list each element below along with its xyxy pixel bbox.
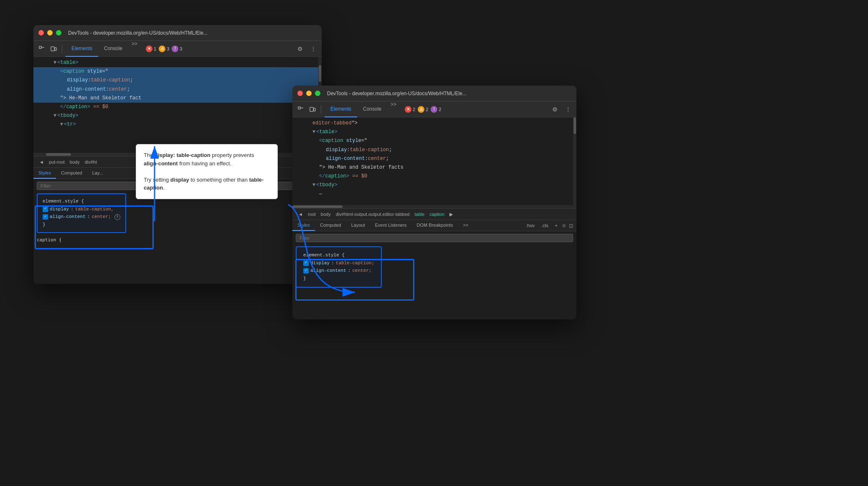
minimize-button-2[interactable] [306, 91, 312, 96]
badge-info-icon-1: ! [172, 46, 178, 52]
svg-rect-3 [55, 48, 56, 51]
html-line: align-content: center; [292, 154, 576, 163]
html-line: ▼ <tbody> [33, 111, 322, 120]
toolbar-divider-2 [321, 105, 321, 114]
badge-area-1: ✕ 1 ⚠ 3 ! 3 [146, 46, 182, 52]
html-line: </caption> == $0 [33, 103, 322, 111]
css-checkbox-align-1[interactable] [43, 214, 48, 220]
fullscreen-button-1[interactable] [56, 30, 61, 35]
tab-console-2[interactable]: Console [357, 101, 387, 117]
breadcrumb-back-2[interactable]: ◄ [296, 211, 305, 218]
html-line: ▼ <table> [292, 128, 576, 137]
svg-rect-4 [298, 107, 300, 109]
css-checkbox-display-1[interactable] [43, 207, 48, 212]
hscroll-thumb-2 [292, 205, 343, 208]
breadcrumb-body-2[interactable]: body [318, 211, 333, 218]
html-line: </caption> == $0 [292, 172, 576, 181]
css-prop-row-align-2: align-content : center; [303, 267, 374, 275]
toolbar-2: Elements Console >> ✕ 2 ⚠ 2 ! 2 ⚙ ⋮ [292, 101, 576, 117]
toolbar-right-1: ⚙ ⋮ [295, 44, 318, 54]
html-panel-1: ▼ <table> <caption style=" display: tabl… [33, 57, 322, 153]
hov-btn[interactable]: :hov [524, 222, 536, 229]
html-line: <caption style=" [33, 67, 322, 76]
html-line: ▼ <tr> [33, 120, 322, 129]
html-line: "> He-Man and Skeletor facts [292, 163, 576, 172]
settings-icon-2[interactable]: ⚙ [550, 104, 560, 114]
filter-input-2[interactable] [296, 234, 573, 242]
layout-tab-1[interactable]: Lay... [87, 168, 108, 179]
copy-icon[interactable]: ⎚ [563, 223, 566, 228]
badge-info-icon-2: ! [431, 106, 437, 113]
html-line: ▼ <table> [33, 58, 322, 67]
dom-breakpoints-tab[interactable]: DOM Breakpoints [412, 220, 458, 231]
toolbar-1: Elements Console >> ✕ 1 ⚠ 3 ! 3 ⚙ ⋮ [33, 41, 322, 57]
badge-warn-icon-1: ⚠ [159, 46, 165, 52]
breadcrumb-div-1[interactable]: div#ht [82, 159, 99, 165]
css-block-2: element.style { display : table-caption;… [292, 245, 576, 289]
device-icon[interactable] [48, 44, 58, 54]
css-close-row-2: } [303, 275, 374, 283]
tab-bar-1: Elements Console >> [66, 41, 141, 57]
toolbar-right-2: ⚙ ⋮ [550, 104, 573, 114]
svg-rect-7 [314, 108, 315, 111]
h-scrollbar-2[interactable] [292, 205, 576, 208]
more-tabs-1[interactable]: >> [128, 41, 141, 57]
breadcrumb-forward-2[interactable]: ▶ [447, 211, 455, 218]
info-icon-1[interactable]: ℹ [114, 214, 120, 220]
layout-icon[interactable]: ◫ [569, 223, 573, 228]
scroll-track-2[interactable] [573, 117, 576, 205]
more-icon-2[interactable]: ⋮ [563, 104, 573, 114]
close-button-2[interactable] [297, 91, 303, 96]
more-tabs-bottom[interactable]: >> [458, 220, 473, 231]
styles-tab-2[interactable]: Styles [292, 220, 315, 231]
filter-bar-2 [292, 231, 576, 245]
breadcrumb-put-root[interactable]: put-root [46, 159, 67, 165]
inspect-icon-2[interactable] [296, 104, 306, 114]
svg-rect-6 [310, 107, 313, 111]
tab-elements-1[interactable]: Elements [66, 41, 98, 57]
html-line: ▼ <tbody> [292, 181, 576, 190]
computed-tab-2[interactable]: Computed [315, 220, 346, 231]
html-line: display: table-caption; [292, 146, 576, 154]
settings-icon-1[interactable]: ⚙ [295, 44, 305, 54]
scroll-thumb-2 [574, 117, 576, 134]
css-prop-row-align-1: align-content : center; ℹ [43, 213, 120, 221]
scroll-thumb-1 [319, 65, 321, 82]
minimize-button-1[interactable] [47, 30, 53, 35]
badge-error-2: ✕ 2 [405, 106, 415, 113]
css-checkbox-align-2[interactable] [303, 268, 309, 273]
html-line: — [292, 190, 576, 199]
cls-btn[interactable]: .cls [540, 222, 550, 229]
device-icon-2[interactable] [307, 104, 317, 114]
bottom-tabs-2: Styles Computed Layout Event Listeners D… [292, 220, 576, 231]
html-panel-2: editor-tabbed"> ▼ <table> <caption style… [292, 117, 576, 205]
fullscreen-button-2[interactable] [315, 91, 320, 96]
tab-bar-2: Elements Console >> [325, 101, 400, 117]
layout-tab-2[interactable]: Layout [346, 220, 370, 231]
css-prop-row-display-1: display : table-caption, [43, 205, 120, 213]
css-selector-row-2: element.style { [303, 251, 374, 259]
breadcrumb-table[interactable]: table [412, 211, 427, 218]
tab-console-1[interactable]: Console [98, 41, 128, 57]
more-tabs-2[interactable]: >> [387, 101, 400, 117]
tab-elements-2[interactable]: Elements [325, 101, 357, 117]
styles-tab-1[interactable]: Styles [33, 168, 56, 179]
breadcrumb-body-1[interactable]: body [67, 159, 82, 165]
breadcrumb-2: ◄ root body div#html-output.output.edito… [292, 208, 576, 220]
computed-tab-1[interactable]: Computed [56, 168, 87, 179]
window-title-1: DevTools - developer.mozilla.org/en-US/d… [68, 30, 208, 36]
breadcrumb-back-1[interactable]: ◄ [37, 159, 46, 165]
plus-btn[interactable]: + [553, 222, 559, 229]
badge-info-2: ! 2 [431, 106, 441, 113]
breadcrumb-div-2[interactable]: div#html-output.output.editor-tabbed [333, 211, 412, 218]
devtools-window-2: DevTools - developer.mozilla.org/en-US/d… [292, 86, 576, 319]
close-button-1[interactable] [38, 30, 44, 35]
html-line: editor-tabbed"> [292, 119, 576, 128]
breadcrumb-caption[interactable]: caption [427, 211, 447, 218]
more-icon-1[interactable]: ⋮ [308, 44, 318, 54]
hscroll-thumb-1 [46, 153, 71, 156]
breadcrumb-root[interactable]: root [305, 211, 318, 218]
event-listeners-tab[interactable]: Event Listeners [370, 220, 412, 231]
css-checkbox-display-2[interactable] [303, 261, 309, 266]
inspect-icon[interactable] [37, 44, 47, 54]
